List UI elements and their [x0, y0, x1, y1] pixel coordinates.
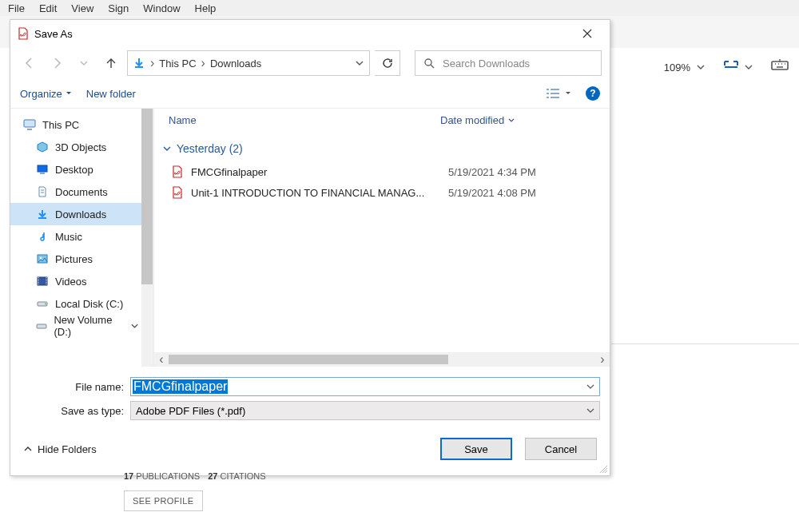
svg-point-8 [45, 304, 46, 305]
keyboard-button[interactable] [770, 58, 789, 77]
chevron-up-icon [23, 444, 33, 454]
tree-label: Local Disk (C:) [55, 298, 123, 310]
tree-root-thispc[interactable]: This PC [10, 113, 153, 136]
tree-localdisk-c[interactable]: Local Disk (C:) [10, 292, 153, 315]
file-list: FMCGfinalpaper 5/19/2021 4:34 PM Unit-1 … [154, 161, 610, 203]
save-as-dialog: Save As › This PC › Downloads Organize [10, 19, 610, 476]
tree-videos[interactable]: Videos [10, 270, 153, 292]
scroll-right-icon[interactable]: › [595, 352, 610, 367]
file-row[interactable]: Unit-1 INTRODUCTION TO FINANCIAL MANAG..… [170, 182, 610, 203]
pictures-icon [37, 254, 48, 264]
tree-pictures[interactable]: Pictures [10, 248, 153, 270]
tree-label: Documents [55, 186, 108, 198]
cits-label: CITATIONS [221, 471, 266, 481]
address-bar[interactable]: › This PC › Downloads [127, 50, 370, 76]
see-profile-button[interactable]: SEE PROFILE [124, 490, 203, 511]
col-date-label: Date modified [440, 114, 504, 126]
close-icon [582, 29, 592, 38]
back-button[interactable] [18, 52, 41, 74]
arrow-left-icon [23, 57, 36, 69]
breadcrumb-current[interactable]: Downloads [210, 58, 261, 69]
profile-stats: 17 PUBLICATIONS 27 CITATIONS [124, 471, 266, 481]
tree-music[interactable]: Music [10, 225, 153, 248]
filename-input[interactable]: FMCGfinalpaper [133, 379, 228, 394]
menu-help[interactable]: Help [195, 2, 217, 14]
chevron-down-icon [586, 407, 594, 415]
tree-newvolume-d[interactable]: New Volume (D:) [10, 315, 153, 337]
caret-down-icon [565, 90, 571, 97]
tree-scrollbar-thumb[interactable] [141, 109, 153, 284]
keyboard-icon [770, 58, 789, 73]
organize-label: Organize [20, 88, 62, 100]
search-input[interactable] [443, 58, 593, 69]
file-date: 5/19/2021 4:34 PM [448, 166, 536, 178]
chevron-down-icon [697, 63, 705, 71]
organize-button[interactable]: Organize [20, 88, 72, 100]
view-mode-button[interactable] [546, 88, 571, 99]
forward-button[interactable] [46, 52, 68, 74]
filename-label: File name: [20, 381, 124, 393]
hide-folders-label: Hide Folders [38, 443, 97, 455]
computer-icon [23, 119, 36, 130]
menu-window[interactable]: Window [143, 2, 180, 14]
horizontal-scrollbar[interactable]: ‹ › [154, 352, 610, 367]
scrollbar-thumb[interactable] [169, 355, 448, 364]
save-button[interactable]: Save [440, 438, 512, 460]
chevron-down-icon [745, 63, 753, 71]
nav-row: › This PC › Downloads [10, 47, 610, 79]
svg-rect-0 [772, 62, 788, 69]
new-folder-button[interactable]: New folder [86, 88, 136, 100]
chevron-down-icon[interactable] [355, 58, 364, 68]
menu-edit[interactable]: Edit [39, 2, 57, 14]
menu-view[interactable]: View [71, 2, 93, 14]
chevron-down-icon [162, 144, 172, 153]
file-group-header[interactable]: Yesterday (2) [154, 131, 610, 161]
col-name[interactable]: Name [169, 114, 440, 126]
filename-field[interactable]: FMCGfinalpaper [130, 377, 600, 396]
tree-label: 3D Objects [55, 141, 106, 153]
fit-width-button[interactable] [722, 58, 753, 76]
download-icon [37, 208, 48, 220]
help-button[interactable]: ? [586, 86, 600, 101]
cits-count: 27 [208, 471, 217, 481]
tree-documents[interactable]: Documents [10, 181, 153, 203]
tree-desktop[interactable]: Desktop [10, 158, 153, 181]
menu-file[interactable]: File [8, 2, 25, 14]
search-icon [423, 58, 435, 69]
close-button[interactable] [571, 23, 603, 44]
filename-dropdown[interactable] [582, 383, 599, 391]
scroll-left-icon[interactable]: ‹ [154, 352, 169, 367]
pubs-label: PUBLICATIONS [136, 471, 200, 481]
resize-grip-icon[interactable] [598, 464, 608, 474]
tree-label: Desktop [55, 164, 93, 176]
col-date[interactable]: Date modified [440, 114, 515, 126]
tree-label: This PC [42, 119, 79, 131]
sort-desc-icon [507, 116, 515, 124]
savetype-field[interactable]: Adobe PDF Files (*.pdf) [130, 401, 600, 420]
recent-button[interactable] [73, 52, 95, 74]
tree-label: Videos [55, 276, 87, 288]
cancel-button[interactable]: Cancel [525, 438, 597, 460]
dialog-footer: Hide Folders Save Cancel [10, 423, 610, 475]
refresh-button[interactable] [375, 50, 400, 76]
svg-rect-9 [37, 324, 46, 328]
svg-point-5 [40, 257, 42, 260]
save-form: File name: FMCGfinalpaper Save as type: … [10, 367, 610, 423]
zoom-control[interactable]: 109% [664, 62, 705, 73]
hide-folders-button[interactable]: Hide Folders [23, 443, 97, 455]
savetype-dropdown[interactable] [582, 407, 599, 415]
document-icon [38, 186, 47, 197]
file-row[interactable]: FMCGfinalpaper 5/19/2021 4:34 PM [170, 161, 610, 182]
menu-sign[interactable]: Sign [108, 2, 129, 14]
svg-rect-3 [38, 165, 47, 172]
tree-3dobjects[interactable]: 3D Objects [10, 136, 153, 158]
up-button[interactable] [100, 52, 122, 74]
chevron-down-icon[interactable] [131, 322, 138, 330]
chevron-down-icon [586, 383, 594, 391]
search-box[interactable] [415, 50, 602, 76]
tree-downloads[interactable]: Downloads [10, 203, 153, 225]
breadcrumb-separator: › [201, 56, 205, 70]
drive-icon [37, 300, 48, 308]
reader-toolbar: 109% [664, 58, 789, 77]
breadcrumb-root[interactable]: This PC [159, 58, 196, 69]
